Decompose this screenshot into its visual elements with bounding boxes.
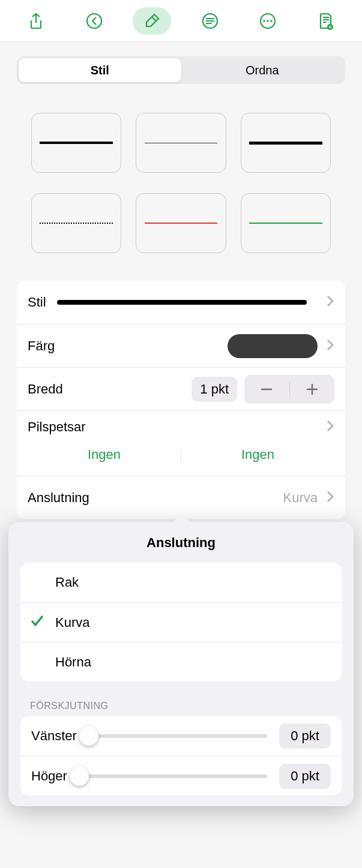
offset-right-row: Höger 0 pkt (20, 756, 342, 795)
format-panel: Stil Ordna Stil Färg Bredd 1 pkt (0, 42, 362, 519)
width-value[interactable]: 1 pkt (192, 377, 237, 402)
offset-left-value[interactable]: 0 pkt (279, 723, 331, 749)
color-swatch[interactable] (228, 334, 318, 358)
arrowhead-values: Ingen Ingen (28, 447, 334, 462)
slider-thumb[interactable] (79, 726, 98, 746)
text-button[interactable] (191, 7, 229, 35)
line-settings-panel: Stil Färg Bredd 1 pkt Pilspetsar I (17, 281, 345, 519)
chevron-right-icon (326, 338, 334, 354)
connection-option-rak[interactable]: Rak (20, 563, 342, 602)
popover-title: Anslutning (8, 522, 354, 563)
line-style-presets (17, 113, 345, 253)
label-width: Bredd (28, 382, 63, 397)
undo-button[interactable] (75, 7, 113, 35)
svg-point-8 (330, 26, 331, 27)
preset-line-5[interactable] (136, 193, 226, 253)
slider-thumb[interactable] (70, 767, 89, 786)
offset-right-label: Höger (31, 768, 67, 784)
preset-line-4[interactable] (31, 193, 121, 253)
offset-list: Vänster 0 pkt Höger 0 pkt (20, 716, 342, 795)
offset-left-label: Vänster (31, 728, 77, 744)
arrowhead-right-value: Ingen (181, 447, 334, 462)
offset-section-header: FÖRSKJUTNING (30, 701, 332, 711)
connection-options-list: Rak Kurva Hörna (20, 563, 342, 681)
preset-line-2[interactable] (136, 113, 226, 173)
offset-left-slider[interactable] (89, 734, 267, 738)
preset-line-6[interactable] (241, 193, 331, 253)
label-connection: Anslutning (28, 490, 89, 506)
chevron-right-icon (326, 490, 334, 506)
option-label: Kurva (55, 615, 89, 630)
svg-point-0 (87, 14, 101, 28)
option-label: Hörna (55, 654, 91, 670)
stroke-preview (57, 300, 307, 305)
offset-right-slider[interactable] (79, 774, 267, 778)
row-arrowheads[interactable]: Pilspetsar Ingen Ingen (17, 410, 345, 476)
share-button[interactable] (17, 7, 55, 35)
width-increment[interactable] (290, 383, 335, 396)
more-button[interactable] (249, 7, 287, 35)
row-color[interactable]: Färg (17, 324, 345, 367)
checkmark-icon (30, 614, 44, 632)
preset-line-3[interactable] (241, 113, 331, 173)
preset-line-1[interactable] (31, 113, 121, 173)
svg-point-5 (270, 20, 273, 22)
document-view-button[interactable] (307, 7, 345, 35)
tab-style[interactable]: Stil (19, 58, 181, 82)
width-decrement[interactable] (244, 383, 289, 396)
label-stroke-style: Stil (28, 295, 46, 310)
connection-value: Kurva (283, 490, 318, 506)
option-label: Rak (55, 575, 79, 590)
width-stepper (244, 375, 334, 404)
connection-option-horna[interactable]: Hörna (20, 642, 342, 681)
row-connection[interactable]: Anslutning Kurva (17, 476, 345, 519)
svg-point-3 (263, 20, 265, 22)
offset-right-value[interactable]: 0 pkt (279, 764, 331, 789)
offset-left-row: Vänster 0 pkt (20, 716, 342, 756)
label-arrowheads: Pilspetsar (28, 419, 86, 435)
svg-point-4 (267, 20, 269, 22)
chevron-right-icon (326, 419, 334, 435)
chevron-right-icon (326, 295, 334, 310)
arrowhead-left-value: Ingen (28, 447, 181, 462)
label-color: Färg (28, 338, 55, 354)
format-button[interactable] (133, 7, 171, 35)
connection-option-kurva[interactable]: Kurva (20, 602, 342, 642)
row-width: Bredd 1 pkt (17, 367, 345, 410)
toolbar (0, 0, 362, 42)
segmented-control: Stil Ordna (17, 56, 345, 84)
tab-arrange[interactable]: Ordna (181, 58, 344, 82)
row-stroke-style[interactable]: Stil (17, 281, 345, 324)
connection-popover: Anslutning Rak Kurva Hörna FÖRSKJUTNING … (8, 522, 354, 806)
